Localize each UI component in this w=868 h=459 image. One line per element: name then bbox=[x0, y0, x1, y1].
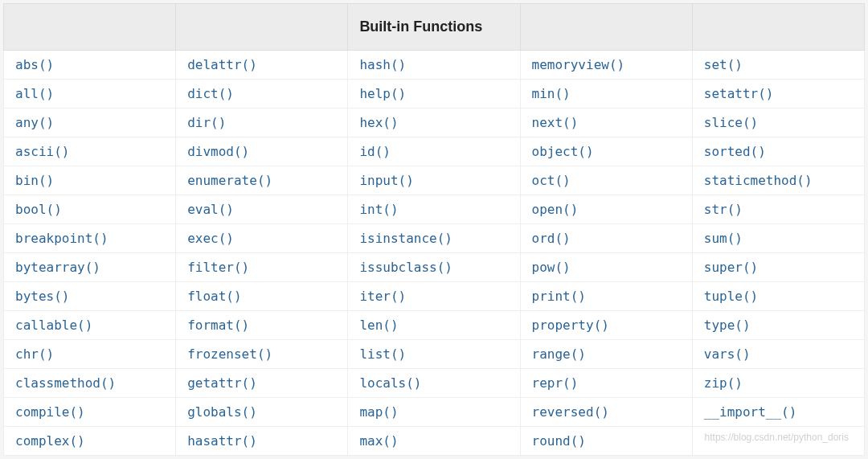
function-link[interactable]: all() bbox=[15, 86, 54, 101]
table-cell: callable() bbox=[4, 311, 176, 340]
table-cell: globals() bbox=[176, 398, 348, 427]
function-link[interactable]: globals() bbox=[187, 404, 257, 420]
function-link[interactable]: complex() bbox=[15, 433, 85, 449]
table-row: classmethod()getattr()locals()repr()zip(… bbox=[4, 369, 865, 398]
function-link[interactable]: isinstance() bbox=[359, 231, 452, 246]
table-cell: bytearray() bbox=[4, 253, 176, 282]
function-link[interactable]: help() bbox=[359, 86, 406, 101]
function-link[interactable]: object() bbox=[532, 144, 594, 159]
table-cell: ascii() bbox=[4, 137, 176, 166]
table-row: all()dict()help()min()setattr() bbox=[4, 80, 865, 109]
table-cell: min() bbox=[520, 80, 692, 109]
function-link[interactable]: bytes() bbox=[15, 289, 69, 304]
function-link[interactable]: __import__() bbox=[704, 404, 797, 420]
function-link[interactable]: dir() bbox=[187, 115, 226, 130]
column-header bbox=[520, 4, 692, 51]
table-cell: type() bbox=[692, 311, 864, 340]
function-link[interactable]: round() bbox=[532, 433, 586, 449]
function-link[interactable]: filter() bbox=[187, 260, 249, 275]
function-link[interactable]: classmethod() bbox=[15, 375, 116, 391]
function-link[interactable]: reversed() bbox=[532, 404, 609, 420]
function-link[interactable]: sorted() bbox=[704, 144, 766, 159]
function-link[interactable]: property() bbox=[532, 318, 609, 333]
function-link[interactable]: ord() bbox=[532, 231, 571, 246]
table-row: compile()globals()map()reversed()__impor… bbox=[4, 398, 865, 427]
function-link[interactable]: range() bbox=[532, 346, 586, 362]
function-link[interactable]: tuple() bbox=[704, 289, 758, 304]
table-row: chr()frozenset()list()range()vars() bbox=[4, 340, 865, 369]
function-link[interactable]: any() bbox=[15, 115, 54, 130]
table-cell: getattr() bbox=[176, 369, 348, 398]
function-link[interactable]: bytearray() bbox=[15, 260, 100, 275]
function-link[interactable]: len() bbox=[359, 318, 398, 333]
function-link[interactable]: hash() bbox=[359, 57, 406, 72]
function-link[interactable]: chr() bbox=[15, 346, 54, 362]
table-cell: reversed() bbox=[520, 398, 692, 427]
table-cell: property() bbox=[520, 311, 692, 340]
function-link[interactable]: sum() bbox=[704, 231, 743, 246]
function-link[interactable]: next() bbox=[532, 115, 579, 130]
function-link[interactable]: float() bbox=[187, 289, 241, 304]
function-link[interactable]: max() bbox=[359, 433, 398, 449]
function-link[interactable]: compile() bbox=[15, 404, 85, 420]
function-link[interactable]: int() bbox=[359, 202, 398, 217]
function-link[interactable]: zip() bbox=[704, 375, 743, 391]
function-link[interactable]: type() bbox=[704, 318, 751, 333]
function-link[interactable]: repr() bbox=[532, 375, 579, 391]
table-cell: compile() bbox=[4, 398, 176, 427]
function-link[interactable]: divmod() bbox=[187, 144, 249, 159]
function-link[interactable]: id() bbox=[359, 144, 391, 159]
function-link[interactable]: open() bbox=[532, 202, 579, 217]
function-link[interactable]: super() bbox=[704, 260, 758, 275]
function-link[interactable]: list() bbox=[359, 346, 406, 362]
function-link[interactable]: print() bbox=[532, 289, 586, 304]
function-link[interactable]: str() bbox=[704, 202, 743, 217]
function-link[interactable]: abs() bbox=[15, 57, 54, 72]
function-link[interactable]: slice() bbox=[704, 115, 758, 130]
function-link[interactable]: locals() bbox=[359, 375, 421, 391]
function-link[interactable]: bin() bbox=[15, 173, 54, 188]
function-link[interactable]: dict() bbox=[187, 86, 234, 101]
function-link[interactable]: vars() bbox=[704, 346, 751, 362]
function-link[interactable]: frozenset() bbox=[187, 346, 272, 362]
function-link[interactable]: set() bbox=[704, 57, 743, 72]
table-cell: round() bbox=[520, 427, 692, 456]
function-link[interactable]: hasattr() bbox=[187, 433, 257, 449]
table-cell: tuple() bbox=[692, 282, 864, 311]
table-row: bool()eval()int()open()str() bbox=[4, 195, 865, 224]
table-cell: staticmethod() bbox=[692, 166, 864, 195]
function-link[interactable]: ascii() bbox=[15, 144, 69, 159]
function-link[interactable]: hex() bbox=[359, 115, 398, 130]
function-link[interactable]: exec() bbox=[187, 231, 234, 246]
function-link[interactable]: callable() bbox=[15, 318, 92, 333]
table-cell: iter() bbox=[348, 282, 520, 311]
function-link[interactable]: getattr() bbox=[187, 375, 257, 391]
table-cell: abs() bbox=[4, 51, 176, 80]
function-link[interactable]: map() bbox=[359, 404, 398, 420]
function-link[interactable]: pow() bbox=[532, 260, 571, 275]
table-cell: isinstance() bbox=[348, 224, 520, 253]
function-link[interactable]: delattr() bbox=[187, 57, 257, 72]
table-cell: hex() bbox=[348, 109, 520, 137]
function-link[interactable]: memoryview() bbox=[532, 57, 625, 72]
function-link[interactable]: breakpoint() bbox=[15, 231, 108, 246]
table-cell: object() bbox=[520, 137, 692, 166]
table-row: bytearray()filter()issubclass()pow()supe… bbox=[4, 253, 865, 282]
function-link[interactable]: issubclass() bbox=[359, 260, 452, 275]
function-link[interactable]: input() bbox=[359, 173, 413, 188]
function-link[interactable]: iter() bbox=[359, 289, 406, 304]
function-link[interactable]: bool() bbox=[15, 202, 62, 217]
function-link[interactable]: staticmethod() bbox=[704, 173, 813, 188]
function-link[interactable]: format() bbox=[187, 318, 249, 333]
function-link[interactable]: enumerate() bbox=[187, 173, 272, 188]
table-cell: sum() bbox=[692, 224, 864, 253]
table-cell: super() bbox=[692, 253, 864, 282]
function-link[interactable]: oct() bbox=[532, 173, 571, 188]
function-link[interactable]: min() bbox=[532, 86, 571, 101]
table-cell: chr() bbox=[4, 340, 176, 369]
function-link[interactable]: setattr() bbox=[704, 86, 774, 101]
table-row: bytes()float()iter()print()tuple() bbox=[4, 282, 865, 311]
table-row: callable()format()len()property()type() bbox=[4, 311, 865, 340]
function-link[interactable]: eval() bbox=[187, 202, 234, 217]
table-cell: setattr() bbox=[692, 80, 864, 109]
